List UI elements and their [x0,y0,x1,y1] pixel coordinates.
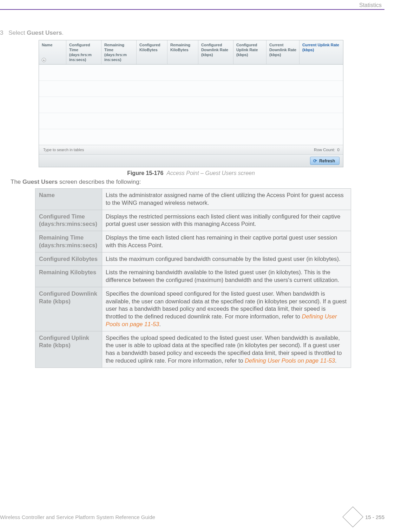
intro-bold: Guest Users [22,179,58,185]
col-name[interactable]: Name ▲ [39,40,66,64]
intro-pre: The [11,179,22,185]
col-configured-uplink[interactable]: Configured Uplink Rate (kbps) [233,40,266,64]
col-configured-downlink[interactable]: Configured Downlink Rate (kbps) [198,40,233,64]
col-label: Configured KiloBytes [139,42,165,52]
row-count: Row Count: 0 [314,148,340,152]
table-row: Configured Kilobytes Lists the maximum c… [35,252,351,266]
guest-users-screenshot: Name ▲ Configured Time (days:hrs:m ins:s… [39,40,343,167]
refresh-label: Refresh [319,159,335,163]
page-footer: Wireless Controller and Service Platform… [0,510,384,524]
header-divider [0,9,384,10]
def-term: Configured Downlink Rate (kbps) [35,287,102,331]
refresh-button[interactable]: ⟳ Refresh [310,157,340,165]
col-label: Current Uplink Rate (kbps) [302,42,341,52]
page-number: 15 - 255 [365,514,384,520]
col-configured-kb[interactable]: Configured KiloBytes [137,40,167,64]
col-label: Configured Time (days:hrs:m ins:secs) [69,42,99,62]
def-term: Name [35,189,102,210]
footer-page-wrap: 15 - 255 [338,510,384,524]
figure-caption: Figure 15-176 Access Point – Guest Users… [39,170,343,176]
table-row: Remaining Time (days:hrs:mins:secs) Disp… [35,231,351,252]
def-term: Configured Uplink Rate (kbps) [35,331,102,368]
def-desc: Lists the maximum configured bandwidth c… [102,252,351,266]
intro-post: screen describes the following: [58,179,141,185]
table-row: Configured Uplink Rate (kbps) Specifies … [35,331,351,368]
figure-desc: Access Point – Guest Users screen [166,170,255,176]
step-suffix: . [62,29,64,36]
def-desc: Displays the restricted permissions each… [102,210,351,231]
table-footer: Row Count: 0 [39,145,343,155]
table-body-empty [39,65,343,145]
col-label: Remaining Time (days:hrs:m ins:secs) [104,42,134,62]
def-desc: Lists the administrator assigned name of… [102,189,351,210]
table-row: Configured Downlink Rate (kbps) Specifie… [35,287,351,331]
col-current-downlink[interactable]: Current Downlink Rate (kbps) [266,40,299,64]
col-label: Remaining KiloBytes [170,42,196,52]
col-remaining-kb[interactable]: Remaining KiloBytes [167,40,198,64]
def-term: Remaining Kilobytes [35,266,102,287]
definition-table: Name Lists the administrator assigned na… [35,188,351,368]
col-label: Configured Uplink Rate (kbps) [236,42,264,57]
footer-title: Wireless Controller and Service Platform… [0,514,155,520]
figure-label: Figure 15-176 [127,170,163,176]
def-desc-post: . [335,357,337,364]
col-configured-time[interactable]: Configured Time (days:hrs:m ins:secs) [66,40,101,64]
def-desc: Lists the remaining bandwidth available … [102,266,351,287]
step-bold: Guest Users [27,29,62,36]
step-number: 3 [0,29,3,36]
page-content: 3 Select Guest Users. Name ▲ Configured … [0,29,384,368]
instruction-step: 3 Select Guest Users. [0,29,384,36]
col-label: Configured Downlink Rate (kbps) [201,42,231,57]
def-desc: Displays the time each listed client has… [102,231,351,252]
col-label: Name [42,42,64,47]
def-desc: Specifies the download speed configured … [102,287,351,331]
col-remaining-time[interactable]: Remaining Time (days:hrs:m ins:secs) [101,40,137,64]
table-row: Name Lists the administrator assigned na… [35,189,351,210]
step-prefix: Select [8,29,27,36]
footer-ornament [342,506,363,527]
button-bar: ⟳ Refresh [39,155,343,167]
row-count-label: Row Count: [314,148,335,152]
def-desc-post: . [159,321,161,327]
section-title: Statistics [359,2,382,8]
intro-text: The Guest Users screen describes the fol… [11,179,384,186]
def-desc: Specifies the upload speed dedicated to … [102,331,351,368]
sort-icon[interactable]: ▲ [42,58,46,62]
table-row: Remaining Kilobytes Lists the remaining … [35,266,351,287]
table-header-row: Name ▲ Configured Time (days:hrs:m ins:s… [39,40,343,65]
def-term: Configured Time (days:hrs:mins:secs) [35,210,102,231]
cross-reference-link[interactable]: Defining User Pools on page 11-53 [245,357,335,364]
col-current-uplink[interactable]: Current Uplink Rate (kbps) [299,40,343,64]
table-row: Configured Time (days:hrs:mins:secs) Dis… [35,210,351,231]
row-count-value: 0 [337,148,340,152]
refresh-icon: ⟳ [313,158,317,163]
def-term: Remaining Time (days:hrs:mins:secs) [35,231,102,252]
col-label: Current Downlink Rate (kbps) [269,42,297,57]
def-term: Configured Kilobytes [35,252,102,266]
search-input[interactable] [42,147,141,153]
